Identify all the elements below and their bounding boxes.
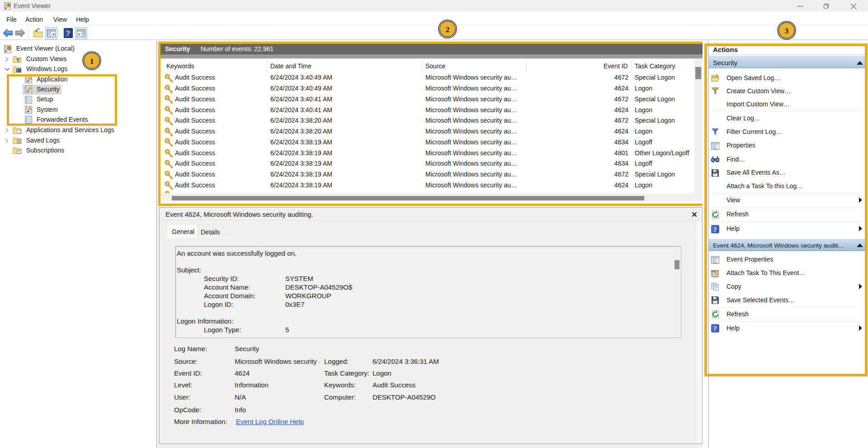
svg-text:1: 1 [90,57,94,66]
svg-text:2: 2 [446,25,450,34]
svg-text:3: 3 [785,27,789,35]
svg-text:?: ? [66,29,71,38]
